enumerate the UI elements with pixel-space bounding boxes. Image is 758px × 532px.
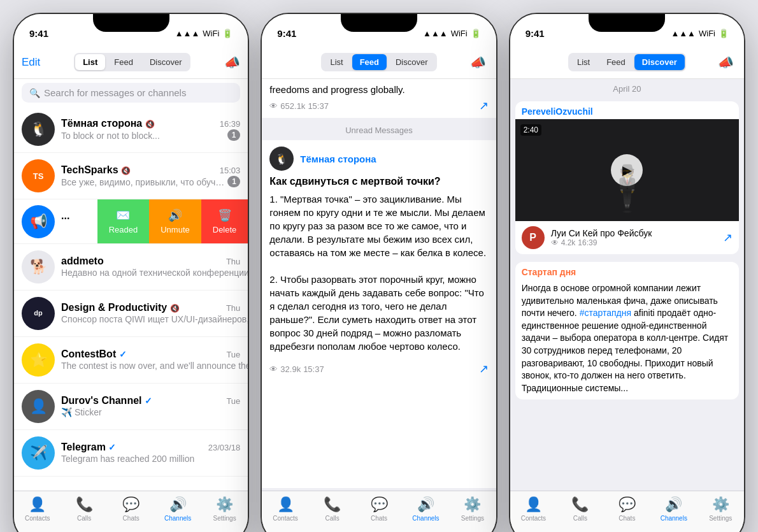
- verified-icon-8: ✓: [108, 442, 116, 452]
- seg-discover-1[interactable]: Discover: [142, 54, 190, 70]
- broadcast-icon-3[interactable]: 📣: [718, 55, 734, 70]
- settings-icon-1: ⚙️: [216, 496, 233, 513]
- avatar-3: 📢: [22, 205, 55, 238]
- chat-header-1: Тёмная сторона 🔇 16:39: [61, 118, 240, 129]
- chat-time-6: Tue: [226, 350, 240, 359]
- unmute-label: Unmute: [161, 225, 190, 234]
- share-icon[interactable]: ↗: [479, 362, 489, 376]
- tab-bar-1: 👤 Contacts 📞 Calls 💬 Chats 🔊 Channels ⚙️…: [14, 491, 248, 532]
- post-text-2: 2. Чтобы разорвать этот порочный круг, м…: [269, 273, 488, 353]
- chat-header-7: Durov's Channel ✓ Tue: [61, 395, 240, 406]
- chat-item-1[interactable]: 🐧 Тёмная сторона 🔇 16:39 To block or not…: [14, 106, 248, 153]
- chat-preview-2: Все уже, видимо, привыкли, что обученные…: [61, 177, 227, 187]
- chat-name-7: Durov's Channel ✓: [61, 395, 152, 406]
- chat-name-1: Тёмная сторона 🔇: [61, 118, 155, 129]
- broadcast-icon-1[interactable]: 📣: [224, 55, 240, 70]
- tab-calls-3[interactable]: 📞 Calls: [557, 496, 603, 522]
- post-title: Как сдвинуться с мертвой точки?: [269, 175, 488, 189]
- tab-settings-3[interactable]: ⚙️ Settings: [697, 496, 744, 522]
- chat-item-5[interactable]: dp Design & Productivity 🔇 Thu Спонсор п…: [14, 291, 248, 337]
- avatar-1: 🐧: [22, 113, 55, 146]
- search-icon: 🔍: [29, 88, 40, 98]
- seg-feed-3[interactable]: Feed: [599, 54, 633, 70]
- chat-item-3-swiped[interactable]: 📢 ... 12:46 9 ✉️: [14, 199, 248, 244]
- signal-icon: ▲▲▲: [175, 29, 200, 38]
- calls-icon-1: 📞: [76, 496, 93, 513]
- tab-calls-1[interactable]: 📞 Calls: [61, 496, 107, 522]
- tab-contacts-3[interactable]: 👤 Contacts: [510, 496, 557, 522]
- edit-button[interactable]: Edit: [22, 56, 40, 69]
- main-post: 🐧 Тёмная сторона Как сдвинуться с мертво…: [262, 140, 496, 488]
- readed-label: Readed: [109, 225, 138, 234]
- chat-preview-8: Telegram has reached 200 million: [61, 454, 194, 464]
- swipe-readed-btn[interactable]: ✉️ Readed: [97, 199, 150, 243]
- chat-info-8: Telegram ✓ 23/03/18 Telegram has reached…: [61, 442, 240, 464]
- tab-contacts-2[interactable]: 👤 Contacts: [262, 496, 308, 522]
- battery-icon: 🔋: [222, 29, 232, 38]
- cp-author-2[interactable]: Стартап дня: [515, 262, 739, 277]
- notch: [93, 14, 169, 32]
- tab-settings-2[interactable]: ⚙️ Settings: [449, 496, 496, 522]
- chat-item-8[interactable]: ✈️ Telegram ✓ 23/03/18 Telegram has reac…: [14, 430, 248, 477]
- prev-post-views: 👁 652.1k 15:37: [269, 101, 329, 111]
- hashtag[interactable]: #стартапдня: [580, 308, 631, 318]
- seg-list-1[interactable]: List: [75, 54, 105, 70]
- cp-title-1: Луи Си Кей про Фейсбук: [551, 228, 717, 238]
- chat-info-1: Тёмная сторона 🔇 16:39 To block or not t…: [61, 118, 240, 141]
- chat-time-5: Thu: [226, 303, 240, 313]
- signal-icon-2: ▲▲▲: [423, 29, 448, 38]
- tab-bar-3: 👤 Contacts 📞 Calls 💬 Chats 🔊 Channels ⚙️…: [510, 491, 744, 532]
- segmented-control-3: List Feed Discover: [568, 53, 686, 71]
- post-channel-name[interactable]: Тёмная сторона: [300, 154, 376, 164]
- channels-icon-3: 🔊: [665, 496, 682, 513]
- nav-bar-2: List Feed Discover 📣: [262, 46, 496, 79]
- wifi-icon: WiFi: [203, 29, 219, 38]
- tab-bar-2: 👤 Contacts 📞 Calls 💬 Chats 🔊 Channels ⚙️…: [262, 491, 496, 532]
- unread-divider: Unread Messages: [262, 120, 496, 140]
- swipe-actions: ✉️ Readed 🔊 Unmute 🗑️ Delete: [97, 199, 248, 243]
- chat-item-4[interactable]: 🐕 addmeto Thu Недавно на одной техническ…: [14, 244, 248, 291]
- swipe-unmute-btn[interactable]: 🔊 Unmute: [149, 199, 201, 243]
- cp-author-1[interactable]: PereveliOzvuchil: [515, 101, 739, 119]
- swipe-delete-btn[interactable]: 🗑️ Delete: [201, 199, 248, 243]
- cp-post-footer-1: P Луи Си Кей про Фейсбук 👁 4.2k 16:39 ↗: [515, 221, 739, 254]
- seg-feed-2[interactable]: Feed: [352, 54, 387, 70]
- seg-discover-2[interactable]: Discover: [388, 54, 436, 70]
- seg-list-3[interactable]: List: [569, 54, 597, 70]
- seg-discover-3[interactable]: Discover: [634, 54, 685, 70]
- wifi-icon-2: WiFi: [451, 29, 468, 38]
- tab-channels-3[interactable]: 🔊 Channels: [650, 496, 697, 522]
- seg-feed-1[interactable]: Feed: [106, 54, 141, 70]
- tab-channels-2[interactable]: 🔊 Channels: [403, 496, 449, 522]
- badge-2: 1: [227, 176, 240, 187]
- chat-name-5: Design & Productivity 🔇: [61, 302, 180, 313]
- signal-icon-3: ▲▲▲: [671, 29, 696, 38]
- contacts-icon-1: 👤: [29, 496, 46, 513]
- chat-name-8: Telegram ✓: [61, 442, 116, 453]
- tab-chats-1[interactable]: 💬 Chats: [108, 496, 154, 522]
- video-thumb[interactable]: 2:40 🕴 ▶: [515, 119, 739, 221]
- tab-chats-2[interactable]: 💬 Chats: [355, 496, 402, 522]
- broadcast-icon-2[interactable]: 📣: [470, 55, 486, 70]
- segmented-control-1: List Feed Discover: [74, 53, 190, 71]
- status-icons-1: ▲▲▲ WiFi 🔋: [175, 29, 233, 38]
- tab-label-chats-1: Chats: [123, 515, 139, 522]
- chat-item-6[interactable]: ⭐ ContestBot ✓ Tue The contest is now ov…: [14, 337, 248, 384]
- chat-info-7: Durov's Channel ✓ Tue ✈️ Sticker: [61, 395, 240, 418]
- chat-header-6: ContestBot ✓ Tue: [61, 349, 240, 360]
- tab-contacts-1[interactable]: 👤 Contacts: [14, 496, 61, 522]
- tab-channels-1[interactable]: 🔊 Channels: [154, 496, 201, 522]
- share-icon-cp1[interactable]: ↗: [723, 231, 733, 245]
- tab-settings-1[interactable]: ⚙️ Settings: [201, 496, 248, 522]
- video-duration: 2:40: [520, 124, 541, 136]
- readed-icon: ✉️: [116, 208, 130, 222]
- tab-chats-3[interactable]: 💬 Chats: [604, 496, 650, 522]
- tab-calls-2[interactable]: 📞 Calls: [309, 496, 355, 522]
- chat-item-2[interactable]: TS TechSparks 🔇 15:03 Все уже, видимо, п…: [14, 153, 248, 199]
- seg-list-2[interactable]: List: [322, 54, 350, 70]
- share-icon-prev[interactable]: ↗: [479, 99, 489, 113]
- chat-item-7[interactable]: 👤 Durov's Channel ✓ Tue ✈️ Sticker: [14, 384, 248, 430]
- chat-list: 🐧 Тёмная сторона 🔇 16:39 To block or not…: [14, 106, 248, 491]
- cp-views-1: 4.2k: [561, 238, 576, 247]
- search-bar[interactable]: 🔍 Search for messages or channels: [22, 83, 240, 103]
